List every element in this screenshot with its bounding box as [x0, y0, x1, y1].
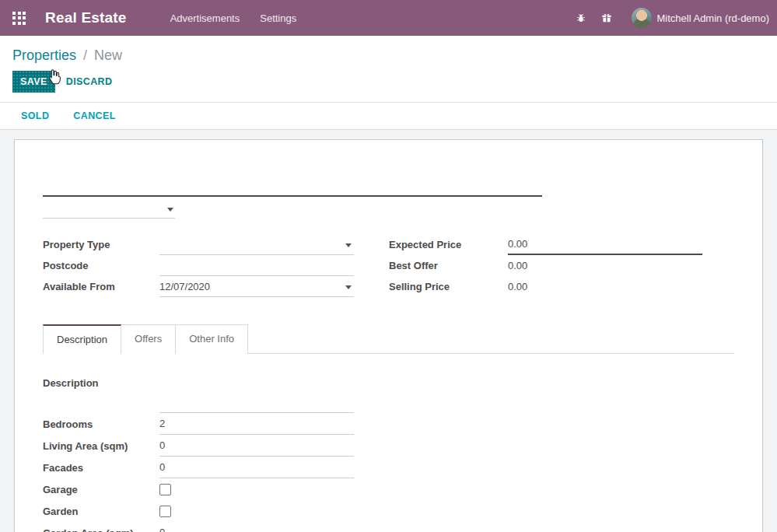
- description-section-label: Description: [43, 377, 734, 389]
- breadcrumb-current: New: [94, 47, 122, 63]
- field-row-bedrooms: Bedrooms 2: [43, 413, 354, 435]
- top-menu: Advertisements Settings: [170, 12, 297, 24]
- garage-checkbox[interactable]: [159, 484, 171, 495]
- field-row-garden: Garden: [43, 500, 354, 522]
- facades-label: Facades: [43, 462, 159, 474]
- facades-input[interactable]: 0: [159, 457, 354, 478]
- apps-grid-icon[interactable]: [12, 12, 26, 25]
- expected-price-input[interactable]: 0.00: [508, 234, 702, 255]
- field-grid: Property Type Postcode Available From: [43, 234, 734, 297]
- expected-price-value: 0.00: [508, 238, 527, 250]
- garage-field: [159, 478, 354, 500]
- field-row-expected-price: Expected Price 0.00: [389, 234, 702, 255]
- field-row-facades: Facades 0: [43, 457, 354, 478]
- gift-icon[interactable]: [601, 12, 612, 23]
- menu-advertisements[interactable]: Advertisements: [170, 12, 240, 24]
- right-column: Expected Price 0.00 Best Offer 0.00 Sell…: [389, 234, 702, 297]
- field-row-selling-price: Selling Price 0.00: [389, 276, 702, 297]
- chevron-down-icon: [167, 208, 173, 212]
- chevron-down-icon: [345, 243, 352, 247]
- field-row-best-offer: Best Offer 0.00: [389, 255, 702, 276]
- chevron-down-icon: [345, 285, 352, 289]
- garden-area-label: Garden Area (sqm): [43, 527, 159, 532]
- save-button[interactable]: SAVE: [12, 71, 55, 93]
- postcode-label: Postcode: [43, 260, 159, 271]
- living-area-value: 0: [159, 439, 165, 451]
- expected-price-label: Expected Price: [389, 239, 508, 250]
- property-name-input[interactable]: [43, 166, 542, 197]
- menu-settings[interactable]: Settings: [260, 12, 296, 24]
- description-rows: Bedrooms 2 Living Area (sqm) 0 Facades 0: [43, 413, 354, 532]
- bug-icon[interactable]: [576, 12, 586, 23]
- available-from-label: Available From: [43, 281, 159, 292]
- tab-offers[interactable]: Offers: [121, 324, 176, 354]
- breadcrumb-properties-link[interactable]: Properties: [12, 47, 76, 63]
- field-row-garage: Garage: [43, 478, 354, 500]
- garden-area-value: 0: [159, 527, 165, 532]
- notebook-tabs: Description Offers Other Info: [43, 324, 734, 354]
- bedrooms-label: Bedrooms: [43, 418, 159, 430]
- living-area-label: Living Area (sqm): [43, 440, 159, 452]
- selling-price-value: 0.00: [508, 276, 702, 297]
- discard-button[interactable]: DISCARD: [66, 76, 113, 87]
- top-navbar: Real Estate Advertisements Settings Mitc…: [0, 0, 777, 36]
- best-offer-value: 0.00: [508, 255, 702, 276]
- garden-checkbox[interactable]: [159, 506, 171, 517]
- field-row-postcode: Postcode: [43, 255, 354, 276]
- form-sheet: Property Type Postcode Available From: [14, 139, 763, 532]
- breadcrumb: Properties / New: [12, 47, 765, 64]
- available-from-value: 12/07/2020: [159, 281, 210, 292]
- control-panel: Properties / New SAVE DISCARD: [0, 36, 777, 103]
- left-column: Property Type Postcode Available From: [43, 234, 354, 297]
- navbar-right: Mitchell Admin (rd-demo): [576, 8, 770, 28]
- available-from-date-input[interactable]: 12/07/2020: [159, 276, 354, 297]
- garden-area-input[interactable]: 0: [159, 522, 354, 532]
- avatar[interactable]: [632, 8, 652, 28]
- facades-value: 0: [159, 461, 165, 473]
- postcode-input[interactable]: [159, 255, 354, 276]
- statusbar: SOLD CANCEL: [0, 103, 777, 130]
- sold-button[interactable]: SOLD: [21, 110, 49, 121]
- description-tab-content: Description Bedrooms 2 Living Area (sqm): [43, 354, 734, 532]
- user-menu[interactable]: Mitchell Admin (rd-demo): [657, 12, 770, 24]
- bedrooms-value: 2: [159, 418, 165, 429]
- description-field-row: [43, 391, 354, 413]
- garden-field: [159, 500, 354, 522]
- description-input[interactable]: [159, 391, 354, 413]
- cancel-button[interactable]: CANCEL: [73, 110, 115, 121]
- tags-input[interactable]: [43, 198, 175, 219]
- garden-label: Garden: [43, 506, 159, 517]
- app-title[interactable]: Real Estate: [45, 9, 127, 26]
- selling-price-label: Selling Price: [389, 281, 508, 292]
- property-type-select[interactable]: [159, 234, 354, 255]
- breadcrumb-separator: /: [80, 47, 90, 63]
- garage-label: Garage: [43, 484, 159, 495]
- best-offer-label: Best Offer: [389, 260, 508, 271]
- tab-description[interactable]: Description: [43, 324, 121, 354]
- field-row-living-area: Living Area (sqm) 0: [43, 435, 354, 457]
- property-type-label: Property Type: [43, 239, 159, 250]
- action-buttons: SAVE DISCARD: [12, 71, 765, 93]
- field-row-garden-area: Garden Area (sqm) 0: [43, 522, 354, 532]
- field-row-available-from: Available From 12/07/2020: [43, 276, 354, 297]
- living-area-input[interactable]: 0: [159, 435, 354, 457]
- content-area: Property Type Postcode Available From: [0, 130, 777, 521]
- tab-other-info[interactable]: Other Info: [176, 324, 248, 354]
- bedrooms-input[interactable]: 2: [159, 413, 354, 435]
- field-row-property-type: Property Type: [43, 234, 354, 255]
